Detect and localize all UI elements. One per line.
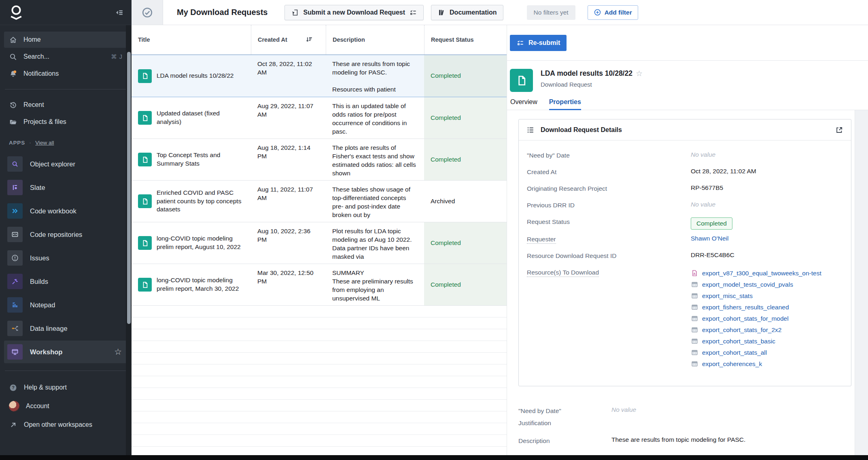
sidebar-item-code-repositories[interactable]: Code repositories (4, 223, 127, 246)
sidebar-item-issues[interactable]: Issues (4, 247, 127, 269)
row-status: Completed (424, 222, 507, 264)
sidebar-item-recent[interactable]: Recent (4, 97, 127, 113)
documentation-button[interactable]: Documentation (431, 5, 503, 20)
topbar: My Download Requests Submit a new Downlo… (132, 0, 868, 25)
apps-separator: · (29, 139, 31, 146)
resource-link[interactable]: export_model_tests_covid_pvals (702, 279, 793, 290)
row-created-at: Aug 18, 2022, 1:14 PM (251, 139, 326, 180)
sidebar-scrollbar-track (126, 25, 132, 455)
sidebar-item-slate[interactable]: Slate (4, 176, 127, 199)
sidebar-item-object-explorer[interactable]: Object explorer (4, 153, 127, 175)
detail-field-resource-s-to-download: Resource(s) To Downloadexport_v87_t300_e… (527, 268, 843, 369)
resource-link[interactable]: export_cohort_stats_all (702, 347, 767, 358)
star-icon[interactable]: ☆ (114, 347, 124, 357)
sidebar-item-code-workbook[interactable]: Code workbook (4, 200, 127, 222)
submit-download-request-button[interactable]: Submit a new Download Request (284, 5, 424, 20)
sidebar-item-builds[interactable]: Builds (4, 270, 127, 293)
panel-scrollbar-gutter[interactable] (855, 110, 868, 455)
resource-link[interactable]: export_coherences_k (702, 359, 762, 369)
slate-icon (11, 183, 19, 192)
sidebar-item-label: Open other workspaces (24, 421, 123, 428)
favorite-star-icon[interactable]: ☆ (636, 69, 643, 78)
workshop-icon-tile (7, 344, 23, 360)
column-header-description[interactable]: Description (326, 25, 424, 54)
sidebar-item-data-lineage[interactable]: Data lineage (4, 317, 127, 340)
search-icon (9, 53, 17, 61)
sidebar: HomeSearch...⌘ JNotifications RecentProj… (0, 0, 132, 455)
sidebar-item-search[interactable]: Search...⌘ J (4, 49, 127, 65)
table-row[interactable]: Top Concept Tests and Summary StatsAug 1… (132, 139, 507, 181)
document-icon (138, 111, 152, 125)
sidebar-item-help-support[interactable]: ?Help & support (4, 378, 127, 397)
open-in-new-icon[interactable] (835, 126, 844, 134)
sidebar-divider-bottom (5, 371, 127, 371)
builds-icon-tile (7, 274, 23, 289)
empty-table-row (132, 341, 507, 353)
resource-item: export_coherences_k (691, 359, 821, 369)
resource-link[interactable]: export_cohort_stats_basic (702, 336, 775, 346)
filters-status-chip: No filters yet (527, 5, 575, 20)
field-label[interactable]: Requester (527, 235, 691, 243)
field-label[interactable]: Resource(s) To Download (527, 268, 691, 276)
entity-header: LDA model results 10/28/22 ☆ Download Re… (507, 61, 868, 92)
table-row[interactable]: long-COVID topic modeling prelim report,… (132, 264, 507, 306)
footer-field-description: DescriptionThese are results from topic … (518, 435, 850, 447)
table-row[interactable]: long-COVID topic modeling prelim report,… (132, 222, 507, 264)
empty-table-row (132, 364, 507, 376)
row-title: LDA model results 10/28/22 (157, 72, 233, 80)
field-value: DRR-E5C4B6C (691, 251, 734, 259)
add-filter-button[interactable]: Add filter (588, 5, 638, 20)
apps-section-title: APPS (9, 140, 25, 146)
resource-item: export_v87_t300_equal_twoweeks_on-test (691, 268, 821, 278)
sidebar-item-notepad[interactable]: Notepad (4, 294, 127, 316)
sidebar-item-open-other-workspaces[interactable]: Open other workspaces (4, 415, 127, 434)
column-header-label: Description (333, 36, 365, 43)
table-icon (691, 281, 698, 288)
sidebar-item-notifications[interactable]: Notifications (4, 66, 127, 82)
table-row[interactable]: Updated dataset (fixed analysis)Aug 29, … (132, 97, 507, 139)
panel-footer-fields: "Need by Date" JustificationNo valueDesc… (518, 405, 850, 447)
home-icon (9, 36, 17, 44)
folder-icon (9, 118, 17, 126)
column-header-label: Title (138, 36, 150, 43)
footer-field-need-by-date-justification: "Need by Date" JustificationNo value (518, 405, 850, 429)
table-row[interactable]: Enriched COVID and PASC patient counts b… (132, 181, 507, 222)
sidebar-item-label: Slate (30, 184, 124, 192)
row-created-at: Aug 29, 2022, 11:07 AM (251, 97, 326, 138)
row-description: These tables show usage of top-different… (326, 181, 424, 222)
table-icon (691, 303, 698, 311)
resubmit-button[interactable]: Re-submit (510, 35, 567, 51)
selection-column-header[interactable] (132, 0, 163, 25)
sidebar-item-account[interactable]: Account (4, 397, 127, 415)
issues-icon (11, 254, 19, 262)
sidebar-item-home[interactable]: Home (4, 32, 127, 48)
tab-properties[interactable]: Properties (549, 98, 581, 110)
row-status: Completed (424, 97, 507, 138)
resource-link[interactable]: export_misc_stats (702, 291, 753, 301)
sidebar-nav-recent: RecentProjects & files (0, 97, 132, 130)
column-header-title[interactable]: Title (132, 25, 251, 54)
resource-link[interactable]: export_fishers_results_cleaned (702, 302, 789, 312)
requester-link[interactable]: Shawn O'Neil (691, 235, 728, 242)
table-row[interactable]: LDA model results 10/28/22Oct 28, 2022, … (132, 55, 507, 97)
row-title: long-COVID topic modeling prelim report,… (157, 234, 245, 251)
resource-item: export_cohort_stats_for_model (691, 313, 821, 324)
sidebar-item-projects-files[interactable]: Projects & files (4, 114, 127, 130)
row-title: Updated dataset (fixed analysis) (157, 109, 245, 126)
apps-view-all-link[interactable]: View all (35, 140, 54, 146)
resource-link[interactable]: export_cohort_stats_for_2x2 (702, 325, 781, 335)
resource-link[interactable]: export_v87_t300_equal_twoweeks_on-test (702, 268, 821, 278)
tab-overview[interactable]: Overview (510, 98, 537, 110)
row-created-at: Mar 30, 2022, 12:50 PM (251, 264, 326, 305)
sidebar-item-workshop[interactable]: Workshop☆ (4, 341, 127, 363)
column-header-request-status[interactable]: Request Status (424, 25, 507, 54)
sidebar-nav-bottom: ?Help & supportAccountOpen other workspa… (0, 378, 132, 434)
sidebar-item-label: Notifications (23, 70, 123, 77)
palantir-logo (9, 4, 23, 21)
empty-table-row (132, 400, 507, 411)
sidebar-scrollbar-thumb[interactable] (127, 52, 131, 324)
collapse-sidebar-icon[interactable] (115, 8, 124, 17)
no-value-text: No value (691, 201, 715, 208)
column-header-created-at[interactable]: Created At (251, 25, 326, 54)
resource-link[interactable]: export_cohort_stats_for_model (702, 313, 789, 324)
